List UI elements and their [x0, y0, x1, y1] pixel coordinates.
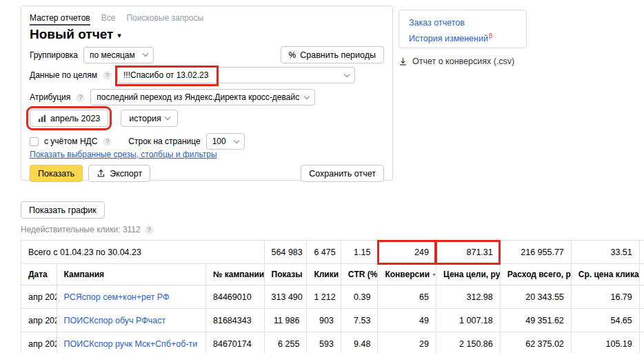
save-report-label: Сохранить отчет — [309, 169, 376, 179]
reports-links-box: Заказ отчетов История измененийβ — [399, 10, 527, 48]
grouping-select[interactable]: по месяцам — [83, 47, 154, 63]
totals-impressions: 564 983 — [264, 241, 307, 264]
info-icon[interactable]: ? — [76, 93, 85, 102]
cell-date: апр 2023 — [21, 285, 57, 309]
campaign-link[interactable]: РСЯспор сем+кон+рет РФ — [64, 292, 170, 302]
info-icon[interactable]: ? — [103, 71, 112, 80]
period-button[interactable]: апрель 2023 — [30, 110, 108, 127]
report-table-wrap: Всего с 01.04.23 по 30.04.23 564 983 6 4… — [21, 240, 644, 353]
order-reports-link[interactable]: Заказ отчетов — [409, 17, 516, 30]
vat-label: с учётом НДС — [44, 137, 97, 146]
cell-avg-cpc: 16.79 — [571, 285, 639, 309]
campaign-link[interactable]: ПОИСКспор обуч РФчаст — [64, 316, 166, 325]
cell-impressions: 6 255 — [264, 332, 307, 353]
cell-conversions: 49 — [378, 309, 436, 332]
tab-report-wizard[interactable]: Мастер отчетов — [30, 13, 90, 26]
compare-periods-button[interactable]: % Сравнить периоды — [281, 46, 384, 63]
cell-cut — [639, 285, 644, 309]
cell-cut — [639, 332, 644, 353]
totals-avg-cpc: 33.51 — [571, 241, 639, 264]
report-tabs: Мастер отчетов Все Поисковые запросы — [30, 13, 203, 26]
chevron-down-icon — [165, 114, 170, 120]
sort-desc-icon: ▼ — [432, 272, 436, 277]
invalid-clicks-text: Недействительные клики: 3112 — [21, 225, 141, 234]
totals-cut-cell — [639, 241, 644, 264]
cell-clicks: 1 212 — [307, 285, 341, 309]
cell-goal-cost: 1 007.18 — [436, 309, 500, 332]
goals-select[interactable]: !!!Спасибо от 13.02.23 — [117, 67, 355, 83]
chevron-down-icon — [233, 137, 239, 143]
totals-row: Всего с 01.04.23 по 30.04.23 564 983 6 4… — [21, 241, 644, 264]
rows-per-page-value: 100 — [212, 137, 226, 146]
tab-all[interactable]: Все — [101, 13, 116, 26]
col-header-goal-cost[interactable]: Цена цели, руб. — [436, 264, 500, 285]
change-history-link[interactable]: История измененийβ — [409, 30, 516, 46]
attribution-select[interactable]: последний переход из Яндекс.Директа крос… — [90, 89, 315, 105]
show-slices-link[interactable]: Показать выбранные срезы, столбцы и филь… — [30, 150, 217, 159]
page-title: Новый отчет — [30, 27, 113, 42]
bar-chart-icon — [38, 114, 46, 123]
history-button[interactable]: история — [121, 110, 177, 127]
chevron-down-icon — [143, 51, 148, 57]
cell-campaign: ПОИСКспор ручк Мск+Спб+об-ти — [57, 332, 205, 353]
totals-label: Всего с 01.04.23 по 30.04.23 — [21, 241, 265, 264]
col-header-conversions[interactable]: Конверсии▼ — [378, 264, 436, 285]
cell-campaign: РСЯспор сем+кон+рет РФ — [57, 285, 205, 309]
totals-ctr: 1.15 — [341, 241, 378, 264]
col-header-clicks[interactable]: Клики — [307, 264, 341, 285]
rows-per-page-select[interactable]: 100 — [206, 133, 245, 150]
show-chart-button[interactable]: Показать график — [21, 201, 105, 219]
conversions-csv-label: Отчет о конверсиях (.csv) — [412, 57, 514, 66]
cell-spend: 49 351.62 — [500, 309, 571, 332]
report-wizard-panel: Мастер отчетов Все Поисковые запросы Нов… — [21, 6, 393, 181]
cell-avg-cpc: 105.19 — [571, 332, 639, 353]
cell-impressions: 11 986 — [264, 309, 307, 332]
grouping-label: Группировка — [30, 50, 78, 60]
show-button[interactable]: Показать — [30, 165, 83, 182]
download-icon — [399, 57, 407, 66]
chevron-down-icon — [344, 71, 350, 77]
options-row: с учётом НДС ? Строк на странице 100 — [30, 133, 384, 150]
tab-search-queries[interactable]: Поисковые запросы — [126, 13, 203, 26]
change-history-label: История изменений — [409, 34, 488, 43]
cell-cut — [639, 309, 644, 332]
col-header-ctr[interactable]: CTR (%) — [341, 264, 378, 285]
cell-conversions: 65 — [378, 285, 436, 309]
info-icon[interactable]: ? — [145, 225, 154, 234]
rows-per-page-label: Строк на странице — [128, 137, 200, 146]
col-header-spend[interactable]: Расход всего, руб. — [500, 264, 571, 285]
cell-clicks: 593 — [307, 332, 341, 353]
vat-checkbox[interactable] — [30, 137, 39, 146]
campaign-link[interactable]: ПОИСКспор ручк Мск+Спб+об-ти — [64, 339, 198, 349]
goals-row: Данные по целям ? !!!Спасибо от 13.02.23 — [30, 67, 384, 83]
info-icon[interactable]: ? — [103, 137, 112, 146]
period-row: апрель 2023 история — [30, 110, 384, 127]
col-header-campaign[interactable]: Кампания — [57, 264, 205, 285]
cell-conversions: 29 — [378, 332, 436, 353]
show-chart-label: Показать график — [29, 205, 97, 215]
report-table: Всего с 01.04.23 по 30.04.23 564 983 6 4… — [21, 240, 644, 353]
table-row: апр 2023 ПОИСКспор обуч РФчаст 81684343 … — [21, 309, 644, 332]
cell-campaign-id: 81684343 — [206, 309, 265, 332]
cell-goal-cost: 312.98 — [436, 285, 500, 309]
col-header-cut: С — [639, 264, 644, 285]
export-button[interactable]: Экспорт — [88, 165, 150, 182]
cell-ctr: 9.48 — [341, 332, 378, 353]
cell-spend: 62 375.02 — [500, 332, 571, 353]
col-header-campaign-id[interactable]: № кампании — [206, 264, 265, 285]
cell-ctr: 7.53 — [341, 309, 378, 332]
cell-spend: 20 343.55 — [500, 285, 571, 309]
attribution-value: последний переход из Яндекс.Директа крос… — [97, 92, 299, 102]
beta-badge: β — [489, 32, 492, 39]
attribution-row: Атрибуция ? последний переход из Яндекс.… — [30, 89, 384, 105]
col-header-avg-cpc[interactable]: Ср. цена клика, руб. — [571, 264, 639, 285]
grouping-value: по месяцам — [90, 50, 135, 60]
save-report-button[interactable]: Сохранить отчет — [301, 165, 384, 182]
cell-clicks: 903 — [307, 309, 341, 332]
conversions-csv-link[interactable]: Отчет о конверсиях (.csv) — [399, 57, 514, 66]
col-header-date[interactable]: Дата — [21, 264, 57, 285]
actions-row: Показать Экспорт Сохранить отчет — [30, 165, 384, 182]
table-row: апр 2023 РСЯспор сем+кон+рет РФ 84469010… — [21, 285, 644, 309]
report-title-dropdown[interactable]: Новый отчет ▾ — [30, 27, 121, 42]
col-header-impressions[interactable]: Показы — [264, 264, 307, 285]
